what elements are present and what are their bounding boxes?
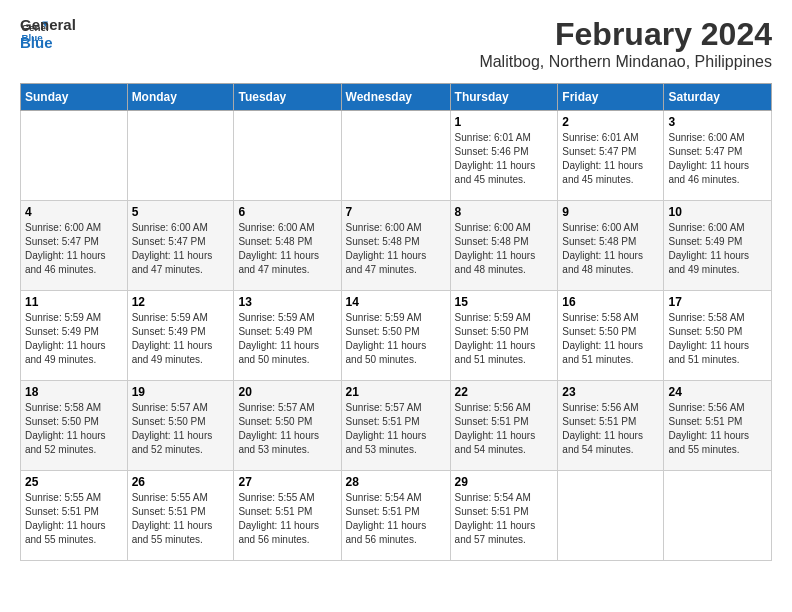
day-cell: 1Sunrise: 6:01 AMSunset: 5:46 PMDaylight… [450, 111, 558, 201]
day-number: 5 [132, 205, 230, 219]
day-cell: 7Sunrise: 6:00 AMSunset: 5:48 PMDaylight… [341, 201, 450, 291]
day-number: 11 [25, 295, 123, 309]
title-section: February 2024 Malitbog, Northern Mindana… [479, 16, 772, 71]
week-row-2: 4Sunrise: 6:00 AMSunset: 5:47 PMDaylight… [21, 201, 772, 291]
day-cell: 6Sunrise: 6:00 AMSunset: 5:48 PMDaylight… [234, 201, 341, 291]
day-info: Sunrise: 5:59 AMSunset: 5:49 PMDaylight:… [238, 311, 336, 367]
logo-block: General Blue [20, 16, 76, 52]
week-row-5: 25Sunrise: 5:55 AMSunset: 5:51 PMDayligh… [21, 471, 772, 561]
day-info: Sunrise: 5:58 AMSunset: 5:50 PMDaylight:… [25, 401, 123, 457]
day-cell: 10Sunrise: 6:00 AMSunset: 5:49 PMDayligh… [664, 201, 772, 291]
header-friday: Friday [558, 84, 664, 111]
logo-text-general: General [20, 16, 76, 33]
day-number: 26 [132, 475, 230, 489]
day-number: 22 [455, 385, 554, 399]
header-saturday: Saturday [664, 84, 772, 111]
day-cell: 25Sunrise: 5:55 AMSunset: 5:51 PMDayligh… [21, 471, 128, 561]
day-cell: 27Sunrise: 5:55 AMSunset: 5:51 PMDayligh… [234, 471, 341, 561]
day-cell [558, 471, 664, 561]
day-cell: 21Sunrise: 5:57 AMSunset: 5:51 PMDayligh… [341, 381, 450, 471]
day-info: Sunrise: 5:55 AMSunset: 5:51 PMDaylight:… [132, 491, 230, 547]
day-cell: 12Sunrise: 5:59 AMSunset: 5:49 PMDayligh… [127, 291, 234, 381]
day-info: Sunrise: 5:58 AMSunset: 5:50 PMDaylight:… [562, 311, 659, 367]
day-number: 16 [562, 295, 659, 309]
day-cell: 19Sunrise: 5:57 AMSunset: 5:50 PMDayligh… [127, 381, 234, 471]
week-row-3: 11Sunrise: 5:59 AMSunset: 5:49 PMDayligh… [21, 291, 772, 381]
day-info: Sunrise: 5:59 AMSunset: 5:49 PMDaylight:… [132, 311, 230, 367]
day-number: 25 [25, 475, 123, 489]
day-number: 3 [668, 115, 767, 129]
day-number: 10 [668, 205, 767, 219]
day-cell: 14Sunrise: 5:59 AMSunset: 5:50 PMDayligh… [341, 291, 450, 381]
header-sunday: Sunday [21, 84, 128, 111]
day-cell [341, 111, 450, 201]
day-number: 18 [25, 385, 123, 399]
day-cell: 20Sunrise: 5:57 AMSunset: 5:50 PMDayligh… [234, 381, 341, 471]
day-info: Sunrise: 5:59 AMSunset: 5:50 PMDaylight:… [455, 311, 554, 367]
day-info: Sunrise: 5:54 AMSunset: 5:51 PMDaylight:… [455, 491, 554, 547]
day-number: 23 [562, 385, 659, 399]
day-cell [21, 111, 128, 201]
day-number: 24 [668, 385, 767, 399]
day-info: Sunrise: 6:00 AMSunset: 5:48 PMDaylight:… [346, 221, 446, 277]
day-info: Sunrise: 6:01 AMSunset: 5:47 PMDaylight:… [562, 131, 659, 187]
day-info: Sunrise: 6:00 AMSunset: 5:48 PMDaylight:… [562, 221, 659, 277]
day-info: Sunrise: 6:00 AMSunset: 5:47 PMDaylight:… [668, 131, 767, 187]
week-row-4: 18Sunrise: 5:58 AMSunset: 5:50 PMDayligh… [21, 381, 772, 471]
day-cell: 24Sunrise: 5:56 AMSunset: 5:51 PMDayligh… [664, 381, 772, 471]
calendar-title: February 2024 [479, 16, 772, 53]
day-cell: 5Sunrise: 6:00 AMSunset: 5:47 PMDaylight… [127, 201, 234, 291]
day-cell: 18Sunrise: 5:58 AMSunset: 5:50 PMDayligh… [21, 381, 128, 471]
day-info: Sunrise: 6:00 AMSunset: 5:48 PMDaylight:… [455, 221, 554, 277]
day-info: Sunrise: 6:00 AMSunset: 5:48 PMDaylight:… [238, 221, 336, 277]
day-number: 12 [132, 295, 230, 309]
day-number: 21 [346, 385, 446, 399]
day-cell [127, 111, 234, 201]
day-number: 2 [562, 115, 659, 129]
day-cell: 13Sunrise: 5:59 AMSunset: 5:49 PMDayligh… [234, 291, 341, 381]
day-info: Sunrise: 6:00 AMSunset: 5:47 PMDaylight:… [25, 221, 123, 277]
header-tuesday: Tuesday [234, 84, 341, 111]
day-info: Sunrise: 5:54 AMSunset: 5:51 PMDaylight:… [346, 491, 446, 547]
day-number: 4 [25, 205, 123, 219]
calendar-table: SundayMondayTuesdayWednesdayThursdayFrid… [20, 83, 772, 561]
day-cell: 22Sunrise: 5:56 AMSunset: 5:51 PMDayligh… [450, 381, 558, 471]
day-info: Sunrise: 5:56 AMSunset: 5:51 PMDaylight:… [562, 401, 659, 457]
day-cell: 9Sunrise: 6:00 AMSunset: 5:48 PMDaylight… [558, 201, 664, 291]
day-number: 1 [455, 115, 554, 129]
day-number: 13 [238, 295, 336, 309]
day-info: Sunrise: 6:00 AMSunset: 5:49 PMDaylight:… [668, 221, 767, 277]
day-info: Sunrise: 6:01 AMSunset: 5:46 PMDaylight:… [455, 131, 554, 187]
day-info: Sunrise: 5:57 AMSunset: 5:51 PMDaylight:… [346, 401, 446, 457]
day-cell: 15Sunrise: 5:59 AMSunset: 5:50 PMDayligh… [450, 291, 558, 381]
day-cell: 28Sunrise: 5:54 AMSunset: 5:51 PMDayligh… [341, 471, 450, 561]
day-number: 19 [132, 385, 230, 399]
day-cell: 11Sunrise: 5:59 AMSunset: 5:49 PMDayligh… [21, 291, 128, 381]
day-cell: 29Sunrise: 5:54 AMSunset: 5:51 PMDayligh… [450, 471, 558, 561]
day-number: 7 [346, 205, 446, 219]
logo-text-blue: Blue [20, 34, 53, 51]
day-info: Sunrise: 5:59 AMSunset: 5:50 PMDaylight:… [346, 311, 446, 367]
day-cell: 8Sunrise: 6:00 AMSunset: 5:48 PMDaylight… [450, 201, 558, 291]
day-info: Sunrise: 5:57 AMSunset: 5:50 PMDaylight:… [132, 401, 230, 457]
day-info: Sunrise: 5:59 AMSunset: 5:49 PMDaylight:… [25, 311, 123, 367]
header-monday: Monday [127, 84, 234, 111]
day-info: Sunrise: 5:55 AMSunset: 5:51 PMDaylight:… [238, 491, 336, 547]
day-number: 6 [238, 205, 336, 219]
day-number: 9 [562, 205, 659, 219]
header-wednesday: Wednesday [341, 84, 450, 111]
header-row: SundayMondayTuesdayWednesdayThursdayFrid… [21, 84, 772, 111]
day-number: 14 [346, 295, 446, 309]
day-info: Sunrise: 5:56 AMSunset: 5:51 PMDaylight:… [668, 401, 767, 457]
day-cell: 23Sunrise: 5:56 AMSunset: 5:51 PMDayligh… [558, 381, 664, 471]
day-info: Sunrise: 6:00 AMSunset: 5:47 PMDaylight:… [132, 221, 230, 277]
day-number: 17 [668, 295, 767, 309]
day-number: 15 [455, 295, 554, 309]
header-thursday: Thursday [450, 84, 558, 111]
calendar-subtitle: Malitbog, Northern Mindanao, Philippines [479, 53, 772, 71]
day-info: Sunrise: 5:58 AMSunset: 5:50 PMDaylight:… [668, 311, 767, 367]
day-cell [664, 471, 772, 561]
day-number: 29 [455, 475, 554, 489]
day-info: Sunrise: 5:57 AMSunset: 5:50 PMDaylight:… [238, 401, 336, 457]
day-cell: 3Sunrise: 6:00 AMSunset: 5:47 PMDaylight… [664, 111, 772, 201]
